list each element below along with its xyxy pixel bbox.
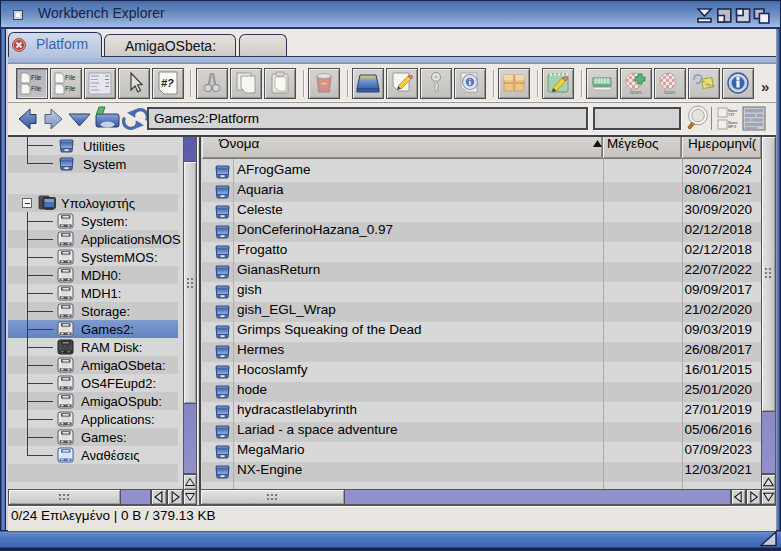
- svg-text:TXT: TXT: [728, 113, 736, 117]
- svg-text:File: File: [65, 74, 76, 81]
- svg-text:File: File: [31, 85, 42, 92]
- svg-text:File: File: [31, 74, 42, 81]
- svg-text:Icon: Icon: [630, 89, 641, 95]
- svg-text:Icon: Icon: [664, 89, 675, 95]
- svg-text:#?: #?: [161, 77, 174, 89]
- svg-text:File: File: [65, 85, 76, 92]
- svg-text:MPG: MPG: [728, 125, 736, 129]
